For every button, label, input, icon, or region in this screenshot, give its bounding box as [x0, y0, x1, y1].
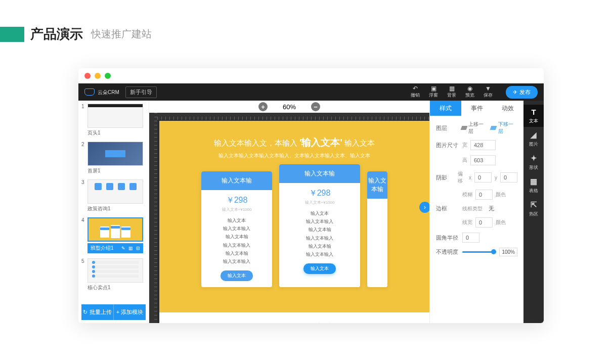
layer-down-icon — [490, 126, 497, 130]
thumbnail-item[interactable]: 5 核心卖点1 — [81, 258, 146, 291]
add-module-button[interactable]: + 添加模块 — [114, 304, 146, 320]
pricing-card[interactable]: 输入文本输 ￥298 输入文本+¥1000 输入文本 输入文本输入 输入文本输 … — [201, 171, 272, 287]
preview-button[interactable]: ◉预览 — [465, 85, 474, 99]
right-toolbar: T文本 ◢图片 ✦形状 ▦表格 ⇱热区 — [523, 101, 544, 323]
thumbnail-item[interactable]: 2 首屏1 — [81, 142, 146, 174]
pricing-card-partial[interactable]: 输入文本输 — [367, 171, 387, 287]
shape-icon: ✦ — [531, 154, 537, 163]
background-button[interactable]: ▦背景 — [447, 85, 456, 99]
card-price: ￥298 — [279, 188, 360, 199]
layer-up-icon — [460, 126, 467, 130]
ruler-horizontal — [157, 113, 429, 120]
shadow-x-input[interactable] — [474, 172, 492, 183]
page-title: 产品演示 — [30, 25, 83, 43]
thumbnail-label: 页头1 — [88, 129, 146, 136]
layer-up-button[interactable]: 上移一层 — [461, 121, 488, 135]
opacity-value: 100% — [499, 248, 517, 256]
zoom-in-button[interactable]: + — [258, 102, 268, 111]
delete-icon[interactable]: ⊟ — [136, 246, 140, 251]
close-icon[interactable] — [84, 73, 91, 79]
layer-label: 图层 — [436, 124, 458, 132]
size-label: 图片尺寸 — [436, 142, 459, 149]
guide-button[interactable]: 新手引导 — [125, 86, 157, 98]
shadow-label: 阴影 — [436, 174, 455, 181]
hotzone-icon: ⇱ — [531, 200, 537, 209]
tab-style[interactable]: 样式 — [430, 101, 461, 116]
image-icon: ▦ — [449, 85, 455, 92]
send-icon: ✈ — [513, 89, 517, 96]
text-icon: T — [531, 108, 536, 116]
canvas-footer-heading[interactable]: 输入文本输入文本 '输入文本' — [159, 312, 429, 323]
tab-event[interactable]: 事件 — [461, 101, 493, 116]
app-topbar: 云朵CRM 新手引导 ↶撤销 ▣浮窗 ▦背景 ◉预览 ▼保存 ✈发布 — [78, 83, 544, 101]
shadow-blur-input[interactable] — [475, 190, 493, 200]
edit-icon[interactable]: ✎ — [121, 246, 125, 251]
card-cta-button[interactable]: 输入文本 — [221, 270, 253, 281]
thumbnail-item[interactable]: 3 政策咨询1 — [81, 179, 146, 212]
card-title: 输入文本输 — [201, 171, 272, 190]
cloud-icon — [84, 88, 95, 96]
tool-table[interactable]: ▦表格 — [523, 174, 544, 197]
border-label: 边框 — [436, 205, 459, 212]
card-features: 输入文本 输入文本输入 输入文本输 输入文本输入 输入文本输 输入文本输入 — [279, 209, 360, 258]
tool-text[interactable]: T文本 — [523, 105, 544, 127]
undo-icon: ↶ — [413, 85, 418, 92]
card-price: ￥298 — [201, 195, 272, 206]
zoom-controls: + 60% − — [149, 101, 429, 113]
save-button[interactable]: ▼保存 — [484, 85, 493, 99]
page-thumbnails-panel: 1 页头1 2 首屏1 3 政策咨询1 4 班型介绍1 ✎ ▥ ⊟ — [78, 101, 149, 323]
float-button[interactable]: ▣浮窗 — [429, 85, 438, 99]
layer-down-button[interactable]: 下移一层 — [491, 121, 517, 135]
radius-label: 圆角半径 — [436, 234, 459, 242]
canvas-area[interactable]: + 60% − 输入文本输入文，本输入 '输入文本' 输入文本 输入文本输入文本… — [149, 101, 429, 323]
float-icon: ▣ — [431, 85, 436, 92]
traffic-lights — [78, 68, 544, 83]
ruler-vertical — [149, 113, 157, 323]
tab-animation[interactable]: 动效 — [492, 101, 523, 116]
width-input[interactable] — [470, 140, 496, 150]
save-icon: ▼ — [485, 85, 491, 92]
border-type-select[interactable]: 无 — [489, 205, 494, 212]
tool-hotzone[interactable]: ⇱热区 — [523, 198, 544, 220]
batch-upload-button[interactable]: ↻ 批量上传 — [81, 304, 114, 320]
thumbnail-label: 首屏1 — [88, 167, 146, 174]
page-subtitle: 快速推广建站 — [91, 27, 152, 41]
browser-window: 云朵CRM 新手引导 ↶撤销 ▣浮窗 ▦背景 ◉预览 ▼保存 ✈发布 1 页头1… — [78, 68, 544, 323]
height-input[interactable] — [470, 155, 496, 165]
card-cta-button[interactable]: 输入文本 — [303, 263, 336, 274]
card-features: 输入文本 输入文本输入 输入文本输 输入文本输入 输入文本输 输入文本输入 — [201, 216, 272, 265]
copy-icon[interactable]: ▥ — [128, 246, 133, 251]
canvas-subheading[interactable]: 输入文本输入文本输入文本输入、文本输入文本输入文本、输入文本 — [159, 152, 429, 159]
brand-logo[interactable]: 云朵CRM — [84, 88, 119, 96]
card-title: 输入文本输 — [279, 164, 360, 183]
tool-shape[interactable]: ✦形状 — [523, 151, 544, 173]
maximize-icon[interactable] — [105, 73, 111, 79]
tool-image[interactable]: ◢图片 — [523, 128, 544, 150]
eye-icon: ◉ — [467, 85, 472, 92]
minimize-icon[interactable] — [95, 73, 101, 79]
thumbnail-label-active: 班型介绍1 ✎ ▥ ⊟ — [88, 243, 143, 253]
accent-bar — [0, 27, 24, 42]
opacity-label: 不透明度 — [436, 248, 459, 256]
next-arrow-icon[interactable]: › — [419, 202, 429, 213]
shadow-y-input[interactable] — [500, 172, 517, 183]
zoom-out-button[interactable]: − — [311, 102, 320, 111]
radius-input[interactable] — [462, 233, 479, 243]
opacity-slider[interactable] — [462, 251, 496, 253]
thumbnail-label: 政策咨询1 — [88, 205, 146, 212]
brand-name: 云朵CRM — [98, 89, 119, 95]
thumbnail-label: 核心卖点1 — [88, 284, 146, 291]
publish-button[interactable]: ✈发布 — [506, 86, 538, 99]
canvas-heading[interactable]: 输入文本输入文，本输入 '输入文本' 输入文本 — [159, 136, 429, 149]
image-icon: ◢ — [531, 130, 537, 140]
properties-panel: 样式 事件 动效 图层 上移一层 下移一层 图片尺寸 宽 高 — [429, 101, 523, 323]
thumbnail-item[interactable]: 1 页头1 — [81, 104, 146, 136]
border-width-input[interactable] — [475, 217, 493, 228]
grid-icon: ▦ — [530, 177, 537, 186]
thumbnail-item-active[interactable]: 4 班型介绍1 ✎ ▥ ⊟ — [81, 217, 146, 253]
undo-button[interactable]: ↶撤销 — [411, 85, 420, 99]
pricing-card-featured[interactable]: 输入文本输 ￥298 输入文本+¥1000 输入文本 输入文本输入 输入文本输 … — [279, 164, 360, 287]
canvas-content[interactable]: 输入文本输入文，本输入 '输入文本' 输入文本 输入文本输入文本输入文本输入、文… — [159, 121, 429, 323]
zoom-value: 60% — [283, 103, 296, 111]
